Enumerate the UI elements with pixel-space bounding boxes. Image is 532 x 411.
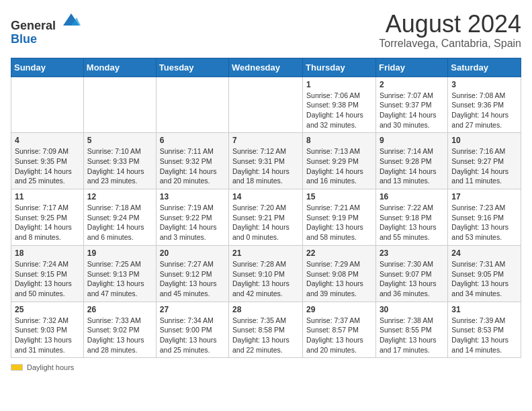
calendar-cell: 9Sunrise: 7:14 AMSunset: 9:28 PMDaylight… (375, 133, 447, 189)
page-header: General Blue August 2024 Torrelavega, Ca… (11, 11, 521, 50)
day-info: Sunrise: 7:22 AMSunset: 9:18 PMDaylight:… (380, 203, 444, 242)
calendar-cell: 3Sunrise: 7:08 AMSunset: 9:36 PMDaylight… (448, 77, 521, 133)
day-number: 13 (160, 192, 225, 201)
day-info: Sunrise: 7:38 AMSunset: 8:55 PMDaylight:… (380, 316, 444, 355)
day-number: 8 (306, 136, 372, 145)
page-title: August 2024 (379, 11, 521, 38)
calendar-cell: 6Sunrise: 7:11 AMSunset: 9:32 PMDaylight… (156, 133, 228, 189)
calendar-cell: 7Sunrise: 7:12 AMSunset: 9:31 PMDaylight… (229, 133, 303, 189)
day-number: 19 (87, 248, 152, 258)
header-wednesday: Wednesday (229, 58, 303, 77)
calendar-week-3: 11Sunrise: 7:17 AMSunset: 9:25 PMDayligh… (11, 189, 521, 246)
day-number: 9 (380, 136, 444, 145)
day-number: 1 (306, 80, 372, 89)
calendar-cell: 1Sunrise: 7:06 AMSunset: 9:38 PMDaylight… (303, 77, 376, 133)
title-area: August 2024 Torrelavega, Cantabria, Spai… (379, 11, 521, 50)
day-info: Sunrise: 7:37 AMSunset: 8:57 PMDaylight:… (306, 316, 372, 355)
calendar-cell: 5Sunrise: 7:10 AMSunset: 9:33 PMDaylight… (83, 133, 156, 189)
day-info: Sunrise: 7:33 AMSunset: 9:02 PMDaylight:… (87, 316, 152, 355)
calendar-cell: 15Sunrise: 7:21 AMSunset: 9:19 PMDayligh… (303, 189, 376, 246)
day-number: 11 (15, 192, 80, 201)
calendar-cell (83, 77, 156, 133)
day-info: Sunrise: 7:28 AMSunset: 9:10 PMDaylight:… (232, 259, 299, 299)
day-number: 20 (160, 248, 225, 258)
calendar-week-5: 25Sunrise: 7:32 AMSunset: 9:03 PMDayligh… (11, 302, 521, 358)
day-number: 14 (232, 192, 299, 201)
day-info: Sunrise: 7:16 AMSunset: 9:27 PMDaylight:… (451, 146, 517, 186)
day-info: Sunrise: 7:31 AMSunset: 9:05 PMDaylight:… (451, 259, 517, 299)
calendar-cell: 17Sunrise: 7:23 AMSunset: 9:16 PMDayligh… (448, 189, 521, 246)
day-number: 28 (232, 305, 299, 314)
day-info: Sunrise: 7:21 AMSunset: 9:19 PMDaylight:… (306, 203, 372, 242)
day-info: Sunrise: 7:32 AMSunset: 9:03 PMDaylight:… (15, 316, 80, 355)
daylight-bar-icon (11, 364, 23, 371)
daylight-label: Daylight hours (27, 363, 74, 371)
calendar-week-1: 1Sunrise: 7:06 AMSunset: 9:38 PMDaylight… (11, 77, 521, 133)
day-info: Sunrise: 7:06 AMSunset: 9:38 PMDaylight:… (306, 91, 372, 130)
calendar-cell: 18Sunrise: 7:24 AMSunset: 9:15 PMDayligh… (11, 245, 84, 302)
calendar-cell (11, 77, 84, 133)
day-number: 24 (451, 248, 517, 258)
header-tuesday: Tuesday (156, 58, 228, 77)
footer-note: Daylight hours (11, 363, 521, 371)
day-number: 7 (232, 136, 299, 145)
calendar-cell: 27Sunrise: 7:34 AMSunset: 9:00 PMDayligh… (156, 302, 228, 358)
calendar-cell: 16Sunrise: 7:22 AMSunset: 9:18 PMDayligh… (375, 189, 447, 246)
day-number: 23 (380, 248, 444, 258)
day-info: Sunrise: 7:19 AMSunset: 9:22 PMDaylight:… (160, 203, 225, 242)
day-number: 17 (451, 192, 517, 201)
page-subtitle: Torrelavega, Cantabria, Spain (379, 38, 521, 50)
calendar-week-4: 18Sunrise: 7:24 AMSunset: 9:15 PMDayligh… (11, 245, 521, 302)
day-info: Sunrise: 7:30 AMSunset: 9:07 PMDaylight:… (380, 259, 444, 299)
day-number: 5 (87, 136, 152, 145)
calendar-cell: 21Sunrise: 7:28 AMSunset: 9:10 PMDayligh… (229, 245, 303, 302)
day-number: 4 (15, 136, 80, 145)
day-info: Sunrise: 7:12 AMSunset: 9:31 PMDaylight:… (232, 146, 299, 186)
calendar-cell: 24Sunrise: 7:31 AMSunset: 9:05 PMDayligh… (448, 245, 521, 302)
day-info: Sunrise: 7:35 AMSunset: 8:58 PMDaylight:… (232, 316, 299, 355)
day-info: Sunrise: 7:20 AMSunset: 9:21 PMDaylight:… (232, 203, 299, 242)
logo-icon (62, 11, 81, 30)
day-number: 3 (451, 80, 517, 89)
day-info: Sunrise: 7:29 AMSunset: 9:08 PMDaylight:… (306, 259, 372, 299)
calendar-cell: 2Sunrise: 7:07 AMSunset: 9:37 PMDaylight… (375, 77, 447, 133)
calendar-cell: 26Sunrise: 7:33 AMSunset: 9:02 PMDayligh… (83, 302, 156, 358)
header-sunday: Sunday (11, 58, 84, 77)
day-info: Sunrise: 7:25 AMSunset: 9:13 PMDaylight:… (87, 259, 152, 299)
day-number: 22 (306, 248, 372, 258)
header-monday: Monday (83, 58, 156, 77)
logo-blue: Blue (11, 32, 37, 46)
calendar-table: SundayMondayTuesdayWednesdayThursdayFrid… (11, 58, 521, 359)
day-info: Sunrise: 7:07 AMSunset: 9:37 PMDaylight:… (380, 91, 444, 130)
day-info: Sunrise: 7:11 AMSunset: 9:32 PMDaylight:… (160, 146, 225, 186)
day-info: Sunrise: 7:08 AMSunset: 9:36 PMDaylight:… (451, 91, 517, 130)
day-number: 30 (380, 305, 444, 314)
day-number: 16 (380, 192, 444, 201)
day-number: 26 (87, 305, 152, 314)
header-friday: Friday (375, 58, 447, 77)
calendar-cell: 30Sunrise: 7:38 AMSunset: 8:55 PMDayligh… (375, 302, 447, 358)
day-number: 18 (15, 248, 80, 258)
calendar-cell: 11Sunrise: 7:17 AMSunset: 9:25 PMDayligh… (11, 189, 84, 246)
day-info: Sunrise: 7:34 AMSunset: 9:00 PMDaylight:… (160, 316, 225, 355)
day-number: 29 (306, 305, 372, 314)
calendar-header-row: SundayMondayTuesdayWednesdayThursdayFrid… (11, 58, 521, 77)
calendar-cell: 23Sunrise: 7:30 AMSunset: 9:07 PMDayligh… (375, 245, 447, 302)
day-number: 10 (451, 136, 517, 145)
day-info: Sunrise: 7:24 AMSunset: 9:15 PMDaylight:… (15, 259, 80, 299)
calendar-cell: 10Sunrise: 7:16 AMSunset: 9:27 PMDayligh… (448, 133, 521, 189)
calendar-cell: 20Sunrise: 7:27 AMSunset: 9:12 PMDayligh… (156, 245, 228, 302)
calendar-cell: 4Sunrise: 7:09 AMSunset: 9:35 PMDaylight… (11, 133, 84, 189)
calendar-cell: 28Sunrise: 7:35 AMSunset: 8:58 PMDayligh… (229, 302, 303, 358)
logo: General Blue (11, 11, 81, 46)
day-number: 31 (451, 305, 517, 314)
day-info: Sunrise: 7:17 AMSunset: 9:25 PMDaylight:… (15, 203, 80, 242)
day-info: Sunrise: 7:23 AMSunset: 9:16 PMDaylight:… (451, 203, 517, 242)
calendar-cell (229, 77, 303, 133)
calendar-cell (156, 77, 228, 133)
day-number: 25 (15, 305, 80, 314)
day-info: Sunrise: 7:10 AMSunset: 9:33 PMDaylight:… (87, 146, 152, 186)
calendar-cell: 8Sunrise: 7:13 AMSunset: 9:29 PMDaylight… (303, 133, 376, 189)
day-info: Sunrise: 7:18 AMSunset: 9:24 PMDaylight:… (87, 203, 152, 242)
day-info: Sunrise: 7:13 AMSunset: 9:29 PMDaylight:… (306, 146, 372, 186)
